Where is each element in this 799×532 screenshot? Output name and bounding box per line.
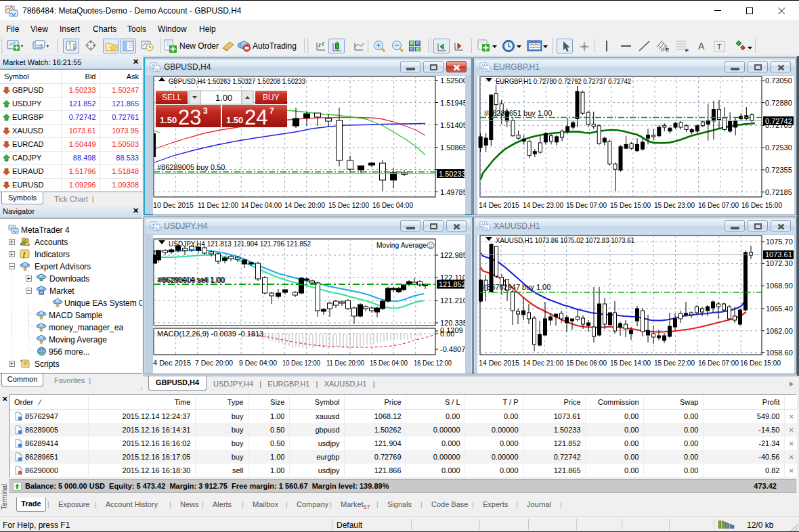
svg-text:16 Dec 12:00: 16 Dec 12:00 xyxy=(414,359,452,367)
svg-text:1.52500: 1.52500 xyxy=(440,76,465,85)
svg-text:F: F xyxy=(685,47,689,53)
svg-text:#86290000 sell 1.00: #86290000 sell 1.00 xyxy=(158,276,225,284)
svg-text:E: E xyxy=(666,47,670,53)
svg-text:BUY: BUY xyxy=(263,93,280,102)
svg-text:15 Dec 04:00: 15 Dec 04:00 xyxy=(370,359,408,367)
svg-text:16 Dec 15:00: 16 Dec 15:00 xyxy=(740,359,781,367)
svg-text:1.51405: 1.51405 xyxy=(440,121,465,129)
svg-text:T: T xyxy=(717,43,722,51)
svg-text:XAUUSD,H1 1073.86 1075.02 107: XAUUSD,H1 1073.86 1075.02 1072.83 1073.6… xyxy=(496,236,634,244)
svg-text:15 Dec 12:00: 15 Dec 12:00 xyxy=(328,201,369,209)
svg-text:4 Dec 2015: 4 Dec 2015 xyxy=(153,359,191,367)
svg-text:1.50: 1.50 xyxy=(160,115,177,125)
svg-text:1075.70: 1075.70 xyxy=(766,238,793,246)
svg-text:#86289651 buy 1.00: #86289651 buy 1.00 xyxy=(484,109,552,117)
svg-text:GBPUSD,H4 1.50263 1.50327 1.5: GBPUSD,H4 1.50263 1.50327 1.50208 1.5023… xyxy=(169,77,305,85)
svg-text:1.49785: 1.49785 xyxy=(440,188,465,196)
svg-text:1.50233: 1.50233 xyxy=(439,170,465,178)
svg-text:7: 7 xyxy=(269,106,274,116)
svg-text:15 Dec 15:00: 15 Dec 15:00 xyxy=(610,201,651,209)
svg-text:14 Dec 2015: 14 Dec 2015 xyxy=(479,201,519,209)
svg-text:0.72742: 0.72742 xyxy=(765,117,792,125)
svg-text:0.73050: 0.73050 xyxy=(765,76,792,85)
svg-text:EURGBP,H1 0.72780 0.72792 0.7: EURGBP,H1 0.72780 0.72792 0.72737 0.7274… xyxy=(496,77,631,85)
svg-text:15 Dec 22:00: 15 Dec 22:00 xyxy=(654,359,695,367)
svg-text:1.51945: 1.51945 xyxy=(440,99,465,107)
svg-text:122.985: 122.985 xyxy=(440,251,465,259)
svg-text:1068.90: 1068.90 xyxy=(766,282,793,290)
svg-text:#86289005 buy 0.50: #86289005 buy 0.50 xyxy=(157,163,225,171)
svg-text:7 Dec 20:00: 7 Dec 20:00 xyxy=(195,359,233,367)
svg-text:1073.61: 1073.61 xyxy=(765,250,792,259)
svg-text:1065.40: 1065.40 xyxy=(766,305,793,313)
svg-text:0.72530: 0.72530 xyxy=(765,143,792,152)
svg-text:14 Dec 04:00: 14 Dec 04:00 xyxy=(241,201,282,209)
svg-text:0.72185: 0.72185 xyxy=(765,188,792,196)
svg-text:10 Dec 12:00: 10 Dec 12:00 xyxy=(282,359,320,367)
svg-text:#85762947 buy 1.00: #85762947 buy 1.00 xyxy=(483,283,550,291)
svg-text:1072.30: 1072.30 xyxy=(766,259,793,267)
svg-text:USDJPY,H4 121.813 121.904 121: USDJPY,H4 121.813 121.904 121.796 121.85… xyxy=(169,240,311,248)
svg-text:15 Dec 23:00: 15 Dec 23:00 xyxy=(654,201,695,209)
svg-text:3: 3 xyxy=(203,106,208,116)
svg-text:0.00: 0.00 xyxy=(440,330,454,338)
svg-text:10 Dec 2015: 10 Dec 2015 xyxy=(153,201,194,209)
svg-text:1.50865: 1.50865 xyxy=(440,143,465,152)
svg-text:1.50: 1.50 xyxy=(226,115,243,125)
svg-text:15 Dec 07:00: 15 Dec 07:00 xyxy=(566,201,607,209)
svg-text:1058.60: 1058.60 xyxy=(766,349,793,357)
svg-text:14 Dec 20:00: 14 Dec 20:00 xyxy=(284,201,325,209)
svg-text:15 Dec 06:00: 15 Dec 06:00 xyxy=(566,359,607,367)
svg-text:-0.4807: -0.4807 xyxy=(440,345,465,353)
svg-text:9 Dec 04:00: 9 Dec 04:00 xyxy=(239,359,277,367)
svg-text:23: 23 xyxy=(178,106,201,129)
svg-text:16 Dec 15:00: 16 Dec 15:00 xyxy=(741,201,782,209)
svg-text:15 Dec 14:00: 15 Dec 14:00 xyxy=(610,359,651,367)
svg-text:0.72355: 0.72355 xyxy=(765,166,792,174)
svg-text:121.852: 121.852 xyxy=(439,280,465,288)
svg-text:14 Dec 2015: 14 Dec 2015 xyxy=(479,359,519,367)
svg-text:14 Dec 23:00: 14 Dec 23:00 xyxy=(523,201,563,209)
svg-text:11 Dec 12:00: 11 Dec 12:00 xyxy=(198,201,238,209)
svg-text:MACD(12,26,9) -0.0039 -0.1813: MACD(12,26,9) -0.0039 -0.1813 xyxy=(157,330,263,338)
svg-text:16 Dec 04:00: 16 Dec 04:00 xyxy=(372,201,413,209)
svg-text:14 Dec 21:00: 14 Dec 21:00 xyxy=(523,359,563,367)
svg-text:Moving Average: Moving Average xyxy=(376,241,427,249)
svg-text:24: 24 xyxy=(244,106,267,129)
svg-text:1.00: 1.00 xyxy=(215,93,232,103)
svg-text:1062.00: 1062.00 xyxy=(766,327,793,335)
svg-text:SELL: SELL xyxy=(162,93,182,102)
svg-text:121.210: 121.210 xyxy=(440,296,465,305)
svg-text:0.72880: 0.72880 xyxy=(765,99,792,107)
svg-text:16 Dec 07:00: 16 Dec 07:00 xyxy=(698,359,739,367)
svg-text:16 Dec 07:00: 16 Dec 07:00 xyxy=(698,201,739,209)
svg-text:11 Dec 20:00: 11 Dec 20:00 xyxy=(326,359,364,367)
